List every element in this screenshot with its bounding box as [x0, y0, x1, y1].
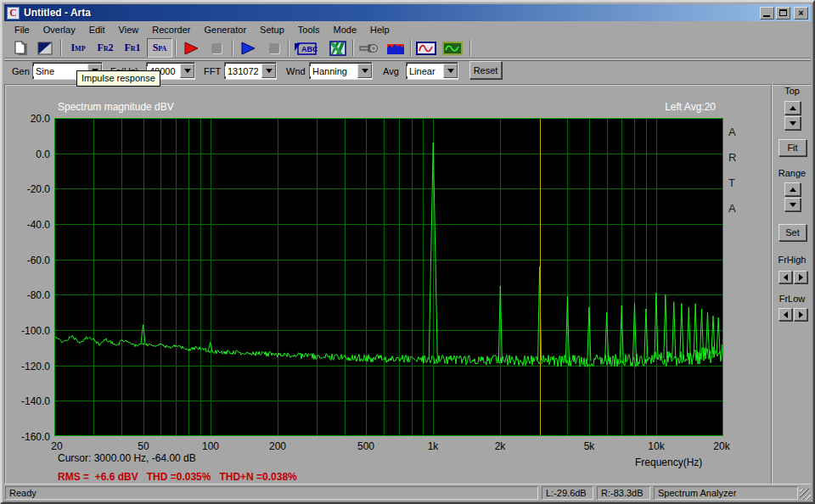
- menu-recorder[interactable]: Recorder: [145, 23, 197, 36]
- top-up-button[interactable]: [784, 101, 801, 115]
- close-icon: ×: [798, 8, 803, 17]
- menu-view[interactable]: View: [112, 23, 146, 36]
- x-tick-label: 1k: [428, 440, 439, 452]
- fr2-mode-label: Fr2: [97, 42, 113, 54]
- x-tick-label: 20: [51, 440, 62, 452]
- fr1-mode-button[interactable]: Fr1: [120, 38, 145, 58]
- record-start-button[interactable]: [180, 38, 202, 58]
- window-title: Untitled - Arta: [24, 7, 758, 19]
- frlow-decrease-button[interactable]: [778, 308, 792, 321]
- x-tick-label: 20k: [713, 440, 729, 452]
- spectrum-mode-button[interactable]: Spa: [147, 38, 172, 58]
- oscilloscope-icon: [416, 41, 436, 56]
- x-tick-label: 5k: [584, 440, 595, 452]
- signal-record-button[interactable]: [385, 38, 406, 58]
- top-down-button[interactable]: [784, 116, 801, 130]
- range-label: Range: [771, 168, 813, 178]
- arrow-right-icon: [799, 311, 803, 318]
- x-tick-label: 50: [138, 440, 149, 452]
- menu-generator[interactable]: Generator: [198, 23, 254, 36]
- new-file-button[interactable]: [11, 38, 31, 58]
- arrow-down-icon: [790, 203, 796, 207]
- menu-file[interactable]: File: [8, 23, 37, 36]
- invert-background-icon: [37, 41, 53, 56]
- arrow-up-icon: [790, 188, 796, 192]
- fr2-mode-button[interactable]: Fr2: [93, 38, 118, 58]
- range-down-button[interactable]: [784, 198, 801, 211]
- y-tick-label: 0.0: [2, 148, 50, 160]
- frhigh-increase-button[interactable]: [794, 271, 807, 283]
- right-level-indicator: R:-83.3dB: [597, 486, 650, 500]
- microphone-button[interactable]: [357, 38, 379, 58]
- arrow-left-icon: [784, 311, 788, 318]
- calibrate-button[interactable]: ABC: [293, 38, 318, 58]
- arrow-up-icon: [790, 106, 796, 110]
- minimize-icon: [763, 15, 770, 17]
- frhigh-decrease-button[interactable]: [778, 271, 792, 283]
- x-tick-label: 200: [269, 440, 286, 452]
- frlow-increase-button[interactable]: [794, 308, 807, 321]
- menu-edit[interactable]: Edit: [82, 23, 112, 36]
- toolbar-separator: [288, 40, 289, 56]
- set-label: Set: [785, 227, 800, 238]
- record-start-icon: [183, 40, 200, 57]
- svg-text:ABC: ABC: [301, 45, 318, 53]
- generator-start-button[interactable]: [237, 38, 259, 58]
- tooltip: Impulse response: [76, 70, 160, 87]
- fit-label: Fit: [787, 143, 797, 153]
- rms-thd-readout: RMS = +6.6 dBV THD =0.035% THD+N =0.038%: [58, 471, 297, 483]
- y-tick-label: -140.0: [2, 395, 50, 407]
- top-label: Top: [771, 86, 813, 96]
- close-button[interactable]: ×: [794, 7, 808, 20]
- maximize-button[interactable]: [776, 7, 790, 20]
- menu-help[interactable]: Help: [363, 23, 396, 36]
- app-icon: C: [7, 7, 20, 20]
- spectrum-view-button[interactable]: [441, 38, 464, 58]
- menu-setup[interactable]: Setup: [253, 23, 291, 36]
- avg-status-text: Left Avg:20: [665, 101, 716, 113]
- generator-stop-icon: [267, 41, 282, 56]
- toolbar-separator: [410, 40, 412, 56]
- status-bar: Ready L:-29.6dB R:-83.3dB Spectrum Analy…: [4, 484, 811, 500]
- x-tick-label: 10k: [648, 440, 664, 452]
- arrow-right-icon: [799, 274, 803, 281]
- x-tick-label: 100: [202, 440, 219, 452]
- spectrum-plot-canvas[interactable]: [54, 118, 723, 436]
- record-stop-button[interactable]: [206, 38, 227, 58]
- y-tick-label: -80.0: [2, 289, 50, 301]
- fr1-mode-label: Fr1: [124, 42, 140, 54]
- arta-window: C Untitled - Arta × File Overlay Edit Vi…: [0, 0, 815, 504]
- toolbar-separator: [232, 40, 233, 56]
- arta-logo-letter: T: [728, 176, 735, 189]
- title-bar[interactable]: C Untitled - Arta ×: [4, 4, 811, 21]
- frhigh-label: FrHigh: [771, 255, 813, 265]
- menu-overlay[interactable]: Overlay: [37, 23, 82, 36]
- menu-tools[interactable]: Tools: [291, 23, 327, 36]
- spectrum-scope-icon: [442, 41, 463, 56]
- set-button[interactable]: Set: [778, 224, 807, 241]
- microphone-icon: [358, 42, 379, 55]
- y-tick-label: -40.0: [2, 219, 50, 231]
- arta-logo-letter: R: [728, 151, 736, 164]
- toolbar-separator: [60, 40, 62, 56]
- range-up-button[interactable]: [784, 182, 801, 196]
- cursor-readout: Cursor: 3000.00 Hz, -64.00 dB: [58, 452, 196, 464]
- fit-button[interactable]: Fit: [778, 139, 807, 156]
- plot-title: Spectrum magnitude dBV: [58, 101, 174, 113]
- generator-stop-button[interactable]: [264, 38, 284, 58]
- resize-grip[interactable]: [800, 489, 811, 500]
- toolbar-separator: [469, 40, 471, 56]
- y-tick-label: -160.0: [2, 431, 50, 443]
- left-level-indicator: L:-29.6dB: [542, 486, 593, 500]
- invert-background-button[interactable]: [35, 38, 55, 58]
- menu-mode[interactable]: Mode: [326, 23, 363, 36]
- spectrum-plot[interactable]: [54, 118, 723, 436]
- x-tick-label: 2k: [495, 440, 506, 452]
- minimize-button[interactable]: [760, 7, 774, 20]
- arta-logo-letter: A: [728, 202, 736, 215]
- frlow-label: FrLow: [771, 294, 813, 304]
- arta-logo-letter: A: [728, 126, 736, 138]
- overlay-button[interactable]: [327, 38, 348, 58]
- oscilloscope-view-button[interactable]: [415, 38, 437, 58]
- impulse-mode-button[interactable]: Imp: [65, 38, 91, 58]
